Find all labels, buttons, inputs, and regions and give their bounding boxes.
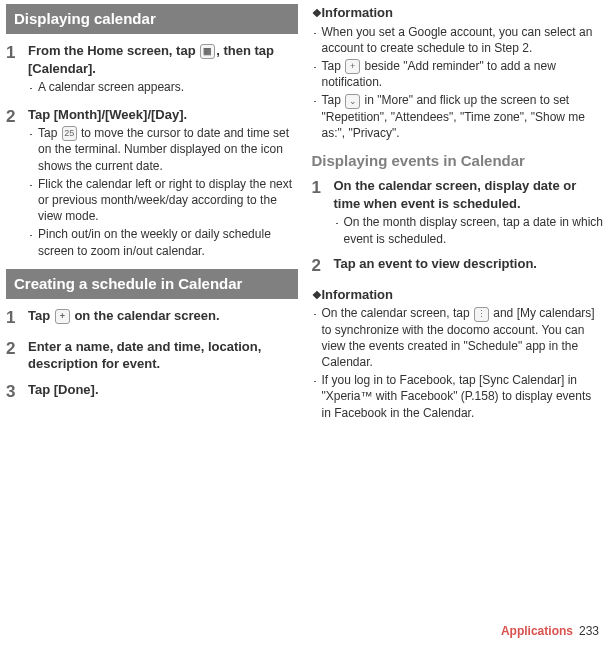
footer-label: Applications [501,624,573,638]
bullet-dot: ･ [312,24,318,56]
step-title: From the Home screen, tap ▦, then tap [C… [28,43,274,76]
step-title: On the calendar screen, display date or … [334,177,604,212]
step-title: Enter a name, date and time, location, d… [28,338,298,373]
grid-icon: ▦ [200,44,215,59]
plus-icon: + [345,59,360,74]
bullet-pre: Tap [322,93,345,107]
bullet-pre: On the calendar screen, tap [322,306,473,320]
page: Displaying calendar 1 From the Home scre… [0,0,609,421]
bullet-dot: ･ [312,305,318,370]
diamond-icon: ❖ [312,288,322,303]
bullet-dot: ･ [28,176,34,225]
step-number: 1 [6,307,20,330]
step-title: Tap + on the calendar screen. [28,307,298,330]
step-number: 1 [312,177,326,246]
diamond-icon: ❖ [312,6,322,21]
step-2: 2 Tap [Month]/[Week]/[Day]. ･ Tap 25 to … [6,106,298,259]
step-3b: 3 Tap [Done]. [6,381,298,404]
bullet-text: A calendar screen appears. [38,79,184,97]
info-head-text: Information [322,287,394,302]
bullet: ･ On the calendar screen, tap ⋮ and [My … [312,305,604,370]
bullet-text: Flick the calendar left or right to disp… [38,176,298,225]
step-title-a: Tap [28,308,54,323]
step-title-a: From the Home screen, tap [28,43,199,58]
bullet-pre: Tap [38,126,61,140]
bullet-pre: Tap [322,59,345,73]
subheading-displaying-events: Displaying events in Calendar [312,151,604,171]
step-title: Tap an event to view description. [334,255,604,278]
step-body: Tap [Month]/[Week]/[Day]. ･ Tap 25 to mo… [28,106,298,259]
bullet: ･ On the month display screen, tap a dat… [334,214,604,246]
bullet-text: Tap ⌄ in "More" and flick up the screen … [322,92,604,141]
step-number: 3 [6,381,20,404]
bullet-text: Pinch out/in on the weekly or daily sche… [38,226,298,258]
bullet-dot: ･ [312,92,318,141]
page-number: 233 [579,624,599,638]
bullet: ･ Tap 25 to move the cursor to date and … [28,125,298,174]
bullet-dot: ･ [28,226,34,258]
step-title-b: on the calendar screen. [71,308,220,323]
overflow-menu-icon: ⋮ [474,307,489,322]
bullet-post: in "More" and flick up the screen to set… [322,93,586,140]
bullet: ･ A calendar screen appears. [28,79,298,97]
step-title: Tap [Month]/[Week]/[Day]. [28,106,298,124]
step-r1: 1 On the calendar screen, display date o… [312,177,604,246]
bullet-dot: ･ [312,58,318,91]
bullet-text: On the calendar screen, tap ⋮ and [My ca… [322,305,604,370]
info-heading: ❖Information [312,4,604,22]
bullet-dot: ･ [312,372,318,421]
bullet-text: Tap + beside "Add reminder" to add a new… [322,58,604,91]
step-number: 2 [312,255,326,278]
step-body: From the Home screen, tap ▦, then tap [C… [28,42,298,97]
bullet: ･ Pinch out/in on the weekly or daily sc… [28,226,298,258]
bullet-dot: ･ [28,79,34,97]
info-head-text: Information [322,5,394,20]
bullet-dot: ･ [28,125,34,174]
step-1b: 1 Tap + on the calendar screen. [6,307,298,330]
info-heading: ❖Information [312,286,604,304]
step-number: 1 [6,42,20,97]
bullet: ･ Tap ⌄ in "More" and flick up the scree… [312,92,604,141]
footer: Applications233 [501,623,599,639]
left-column: Displaying calendar 1 From the Home scre… [6,4,298,421]
bullet-text: On the month display screen, tap a date … [344,214,604,246]
step-1: 1 From the Home screen, tap ▦, then tap … [6,42,298,97]
bullet-dot: ･ [334,214,340,246]
chevron-down-icon: ⌄ [345,94,360,109]
step-2b: 2 Enter a name, date and time, location,… [6,338,298,373]
bullet: ･ Tap + beside "Add reminder" to add a n… [312,58,604,91]
step-number: 2 [6,338,20,373]
step-number: 2 [6,106,20,259]
bullet-text: When you set a Google account, you can s… [322,24,604,56]
bullet-text: If you log in to Facebook, tap [Sync Cal… [322,372,604,421]
right-column: ❖Information ･ When you set a Google acc… [312,4,604,421]
bullet-text: Tap 25 to move the cursor to date and ti… [38,125,298,174]
bullet: ･ Flick the calendar left or right to di… [28,176,298,225]
calendar-25-icon: 25 [62,126,77,141]
step-title: Tap [Done]. [28,381,298,404]
step-r2: 2 Tap an event to view description. [312,255,604,278]
section-header-displaying-calendar: Displaying calendar [6,4,298,34]
plus-icon: + [55,309,70,324]
bullet: ･ When you set a Google account, you can… [312,24,604,56]
step-body: On the calendar screen, display date or … [334,177,604,246]
section-header-creating-schedule: Creating a schedule in Calendar [6,269,298,299]
bullet: ･ If you log in to Facebook, tap [Sync C… [312,372,604,421]
